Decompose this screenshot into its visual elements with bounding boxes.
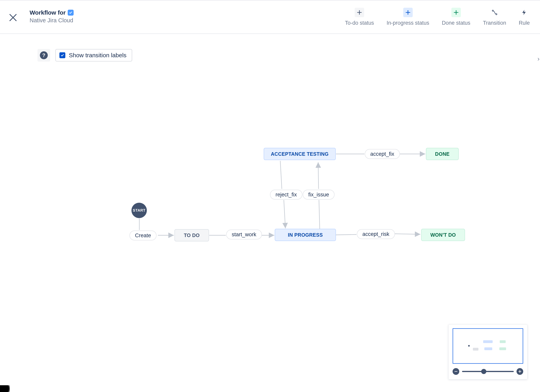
svg-line-15: [319, 200, 320, 229]
svg-line-16: [318, 162, 319, 189]
transition-create[interactable]: Create: [130, 231, 156, 240]
check-icon: [69, 11, 72, 15]
svg-line-9: [336, 235, 356, 235]
close-button[interactable]: [8, 12, 19, 23]
minimap-node: [483, 340, 493, 343]
transition-reject-fix[interactable]: reject_fix: [270, 190, 302, 200]
toolbar-label: Done status: [442, 20, 470, 26]
minus-icon: [454, 370, 458, 373]
zoom-out-button[interactable]: [453, 368, 459, 375]
zoom-slider[interactable]: [462, 371, 514, 372]
transition-accept-risk[interactable]: accept_risk: [357, 229, 395, 239]
zoom-slider-thumb[interactable]: [481, 369, 486, 374]
zoom-controls: [453, 368, 523, 375]
plus-icon: [451, 8, 461, 17]
add-done-status-button[interactable]: Done status: [442, 8, 470, 26]
status-done[interactable]: DONE: [426, 148, 459, 160]
add-inprogress-status-button[interactable]: In-progress status: [387, 8, 429, 26]
page-title: Workflow for: [30, 9, 66, 16]
plus-icon: [355, 8, 364, 17]
svg-line-13: [280, 161, 282, 189]
toolbar-label: Transition: [483, 20, 506, 26]
plus-icon: [403, 8, 413, 17]
add-todo-status-button[interactable]: To-do status: [345, 8, 374, 26]
status-wont-do[interactable]: WON'T DO: [421, 229, 465, 241]
status-acceptance-testing[interactable]: ACCEPTANCE TESTING: [264, 148, 336, 160]
minimap-node: [499, 347, 506, 350]
transition-accept-fix[interactable]: accept_fix: [365, 149, 400, 159]
minimap-node: [500, 340, 506, 343]
transition-fix-issue[interactable]: fix_issue: [303, 190, 335, 200]
minimap[interactable]: [448, 325, 527, 379]
transition-icon: [490, 8, 499, 17]
add-transition-button[interactable]: Transition: [483, 8, 506, 26]
workflow-start-node[interactable]: START: [131, 203, 147, 218]
svg-line-10: [391, 234, 420, 234]
minimap-node: [484, 347, 492, 350]
toolbar-label: Rule: [519, 20, 530, 26]
status-to-do[interactable]: TO DO: [175, 229, 209, 241]
add-rule-button[interactable]: Rule: [519, 8, 530, 26]
workflow-badge: [68, 10, 74, 15]
minimap-viewport[interactable]: [453, 328, 523, 364]
transition-start-work[interactable]: start_work: [226, 230, 262, 239]
plus-icon: [518, 370, 522, 373]
title-block: Workflow for Native Jira Cloud: [30, 9, 74, 24]
rule-icon: [520, 8, 529, 17]
status-in-progress[interactable]: IN PROGRESS: [275, 229, 336, 241]
toolbar-label: To-do status: [345, 20, 374, 26]
svg-line-14: [284, 200, 285, 228]
zoom-in-button[interactable]: [516, 368, 523, 375]
close-icon: [9, 13, 17, 22]
page-subtitle: Native Jira Cloud: [30, 17, 74, 24]
toolbar: To-do status In-progress status Done sta…: [345, 8, 530, 26]
toolbar-label: In-progress status: [387, 20, 429, 26]
workflow-canvas[interactable]: START TO DO IN PROGRESS ACCEPTANCE TESTI…: [0, 35, 540, 392]
header: Workflow for Native Jira Cloud To-do sta…: [0, 0, 540, 34]
minimap-node: [473, 348, 478, 351]
minimap-start-dot: [468, 345, 470, 347]
